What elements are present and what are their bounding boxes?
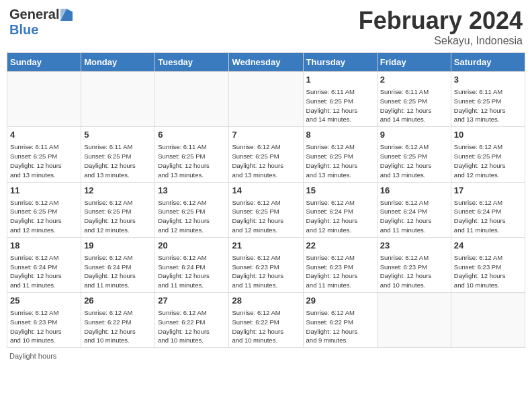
day-info: Sunrise: 6:11 AMSunset: 6:25 PMDaylight:… bbox=[10, 142, 78, 179]
day-info: Sunrise: 6:12 AMSunset: 6:25 PMDaylight:… bbox=[158, 198, 226, 235]
day-info: Sunrise: 6:12 AMSunset: 6:25 PMDaylight:… bbox=[232, 142, 300, 179]
day-number: 1 bbox=[306, 74, 374, 86]
day-number: 14 bbox=[232, 185, 300, 197]
table-row: 23Sunrise: 6:12 AMSunset: 6:23 PMDayligh… bbox=[377, 237, 451, 292]
day-info: Sunrise: 6:12 AMSunset: 6:25 PMDaylight:… bbox=[10, 198, 78, 235]
calendar-week-5: 25Sunrise: 6:12 AMSunset: 6:23 PMDayligh… bbox=[7, 293, 525, 348]
table-row: 17Sunrise: 6:12 AMSunset: 6:24 PMDayligh… bbox=[451, 182, 525, 237]
calendar-header-row: Sunday Monday Tuesday Wednesday Thursday… bbox=[7, 53, 525, 72]
location-subtitle: Sekayu, Indonesia bbox=[359, 35, 523, 47]
day-number: 23 bbox=[380, 240, 448, 252]
table-row: 20Sunrise: 6:12 AMSunset: 6:24 PMDayligh… bbox=[155, 237, 229, 292]
table-row: 16Sunrise: 6:12 AMSunset: 6:24 PMDayligh… bbox=[377, 182, 451, 237]
col-tuesday: Tuesday bbox=[155, 53, 229, 72]
day-info: Sunrise: 6:12 AMSunset: 6:22 PMDaylight:… bbox=[306, 308, 374, 345]
day-info: Sunrise: 6:12 AMSunset: 6:22 PMDaylight:… bbox=[158, 308, 226, 345]
day-number: 6 bbox=[158, 129, 226, 141]
table-row: 19Sunrise: 6:12 AMSunset: 6:24 PMDayligh… bbox=[81, 237, 155, 292]
table-row: 21Sunrise: 6:12 AMSunset: 6:23 PMDayligh… bbox=[229, 237, 303, 292]
day-number: 3 bbox=[454, 74, 522, 86]
day-number: 4 bbox=[10, 129, 78, 141]
day-info: Sunrise: 6:12 AMSunset: 6:23 PMDaylight:… bbox=[306, 253, 374, 290]
day-info: Sunrise: 6:12 AMSunset: 6:23 PMDaylight:… bbox=[380, 253, 448, 290]
table-row: 2Sunrise: 6:11 AMSunset: 6:25 PMDaylight… bbox=[377, 72, 451, 127]
table-row: 26Sunrise: 6:12 AMSunset: 6:22 PMDayligh… bbox=[81, 293, 155, 348]
col-thursday: Thursday bbox=[303, 53, 377, 72]
logo-icon bbox=[60, 9, 73, 21]
table-row: 5Sunrise: 6:11 AMSunset: 6:25 PMDaylight… bbox=[81, 127, 155, 182]
day-info: Sunrise: 6:11 AMSunset: 6:25 PMDaylight:… bbox=[158, 142, 226, 179]
table-row: 13Sunrise: 6:12 AMSunset: 6:25 PMDayligh… bbox=[155, 182, 229, 237]
table-row: 8Sunrise: 6:12 AMSunset: 6:25 PMDaylight… bbox=[303, 127, 377, 182]
logo-blue-text: Blue bbox=[9, 22, 38, 38]
calendar-week-3: 11Sunrise: 6:12 AMSunset: 6:25 PMDayligh… bbox=[7, 182, 525, 237]
day-info: Sunrise: 6:12 AMSunset: 6:23 PMDaylight:… bbox=[454, 253, 522, 290]
day-info: Sunrise: 6:12 AMSunset: 6:22 PMDaylight:… bbox=[232, 308, 300, 345]
table-row bbox=[229, 72, 303, 127]
table-row: 14Sunrise: 6:12 AMSunset: 6:25 PMDayligh… bbox=[229, 182, 303, 237]
day-info: Sunrise: 6:12 AMSunset: 6:23 PMDaylight:… bbox=[10, 308, 78, 345]
day-info: Sunrise: 6:12 AMSunset: 6:23 PMDaylight:… bbox=[232, 253, 300, 290]
title-area: February 2024 Sekayu, Indonesia bbox=[359, 7, 523, 47]
day-info: Sunrise: 6:12 AMSunset: 6:25 PMDaylight:… bbox=[380, 142, 448, 179]
day-number: 12 bbox=[84, 185, 152, 197]
calendar-week-2: 4Sunrise: 6:11 AMSunset: 6:25 PMDaylight… bbox=[7, 127, 525, 182]
day-number: 7 bbox=[232, 129, 300, 141]
calendar-table: Sunday Monday Tuesday Wednesday Thursday… bbox=[7, 52, 525, 348]
day-number: 29 bbox=[306, 295, 374, 307]
table-row: 25Sunrise: 6:12 AMSunset: 6:23 PMDayligh… bbox=[7, 293, 81, 348]
day-number: 18 bbox=[10, 240, 78, 252]
day-number: 17 bbox=[454, 185, 522, 197]
calendar-week-4: 18Sunrise: 6:12 AMSunset: 6:24 PMDayligh… bbox=[7, 237, 525, 292]
col-wednesday: Wednesday bbox=[229, 53, 303, 72]
day-info: Sunrise: 6:12 AMSunset: 6:24 PMDaylight:… bbox=[10, 253, 78, 290]
day-number: 8 bbox=[306, 129, 374, 141]
table-row: 28Sunrise: 6:12 AMSunset: 6:22 PMDayligh… bbox=[229, 293, 303, 348]
day-info: Sunrise: 6:11 AMSunset: 6:25 PMDaylight:… bbox=[306, 87, 374, 124]
table-row: 7Sunrise: 6:12 AMSunset: 6:25 PMDaylight… bbox=[229, 127, 303, 182]
table-row: 12Sunrise: 6:12 AMSunset: 6:25 PMDayligh… bbox=[81, 182, 155, 237]
day-info: Sunrise: 6:12 AMSunset: 6:25 PMDaylight:… bbox=[454, 142, 522, 179]
day-info: Sunrise: 6:11 AMSunset: 6:25 PMDaylight:… bbox=[84, 142, 152, 179]
day-number: 26 bbox=[84, 295, 152, 307]
day-info: Sunrise: 6:12 AMSunset: 6:24 PMDaylight:… bbox=[380, 198, 448, 235]
day-info: Sunrise: 6:12 AMSunset: 6:24 PMDaylight:… bbox=[454, 198, 522, 235]
daylight-hours-label: Daylight hours bbox=[9, 352, 56, 360]
table-row: 22Sunrise: 6:12 AMSunset: 6:23 PMDayligh… bbox=[303, 237, 377, 292]
table-row bbox=[81, 72, 155, 127]
day-info: Sunrise: 6:11 AMSunset: 6:25 PMDaylight:… bbox=[380, 87, 448, 124]
col-monday: Monday bbox=[81, 53, 155, 72]
day-number: 15 bbox=[306, 185, 374, 197]
table-row: 9Sunrise: 6:12 AMSunset: 6:25 PMDaylight… bbox=[377, 127, 451, 182]
col-saturday: Saturday bbox=[451, 53, 525, 72]
month-title: February 2024 bbox=[359, 7, 523, 35]
day-number: 5 bbox=[84, 129, 152, 141]
day-number: 28 bbox=[232, 295, 300, 307]
day-info: Sunrise: 6:11 AMSunset: 6:25 PMDaylight:… bbox=[454, 87, 522, 124]
header: General Blue February 2024 Sekayu, Indon… bbox=[7, 7, 525, 47]
table-row: 3Sunrise: 6:11 AMSunset: 6:25 PMDaylight… bbox=[451, 72, 525, 127]
day-number: 9 bbox=[380, 129, 448, 141]
day-number: 21 bbox=[232, 240, 300, 252]
table-row bbox=[7, 72, 81, 127]
day-info: Sunrise: 6:12 AMSunset: 6:25 PMDaylight:… bbox=[84, 198, 152, 235]
day-info: Sunrise: 6:12 AMSunset: 6:22 PMDaylight:… bbox=[84, 308, 152, 345]
table-row: 27Sunrise: 6:12 AMSunset: 6:22 PMDayligh… bbox=[155, 293, 229, 348]
table-row: 11Sunrise: 6:12 AMSunset: 6:25 PMDayligh… bbox=[7, 182, 81, 237]
day-number: 10 bbox=[454, 129, 522, 141]
footer: Daylight hours bbox=[7, 352, 525, 360]
day-info: Sunrise: 6:12 AMSunset: 6:25 PMDaylight:… bbox=[306, 142, 374, 179]
table-row: 15Sunrise: 6:12 AMSunset: 6:24 PMDayligh… bbox=[303, 182, 377, 237]
table-row bbox=[155, 72, 229, 127]
day-info: Sunrise: 6:12 AMSunset: 6:25 PMDaylight:… bbox=[232, 198, 300, 235]
day-info: Sunrise: 6:12 AMSunset: 6:24 PMDaylight:… bbox=[158, 253, 226, 290]
day-number: 25 bbox=[10, 295, 78, 307]
day-number: 19 bbox=[84, 240, 152, 252]
day-number: 2 bbox=[380, 74, 448, 86]
calendar-week-1: 1Sunrise: 6:11 AMSunset: 6:25 PMDaylight… bbox=[7, 72, 525, 127]
col-friday: Friday bbox=[377, 53, 451, 72]
day-number: 22 bbox=[306, 240, 374, 252]
day-number: 27 bbox=[158, 295, 226, 307]
logo: General Blue bbox=[9, 7, 73, 38]
table-row: 18Sunrise: 6:12 AMSunset: 6:24 PMDayligh… bbox=[7, 237, 81, 292]
